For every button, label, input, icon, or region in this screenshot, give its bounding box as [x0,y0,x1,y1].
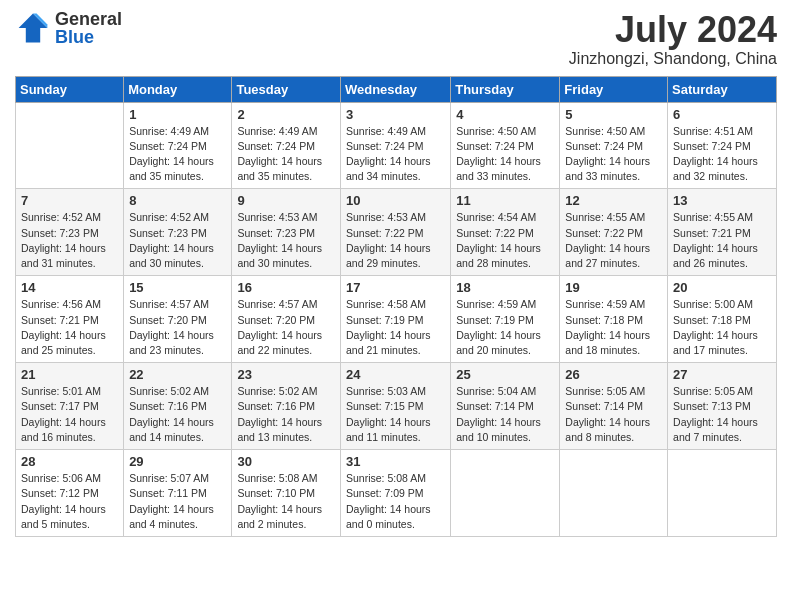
day-number: 1 [129,107,226,122]
logo-general: General [55,10,122,28]
calendar-cell: 24 Sunrise: 5:03 AMSunset: 7:15 PMDaylig… [340,363,450,450]
day-number: 23 [237,367,335,382]
calendar-cell: 1 Sunrise: 4:49 AMSunset: 7:24 PMDayligh… [124,102,232,189]
logo-text: General Blue [55,10,122,46]
calendar-cell: 16 Sunrise: 4:57 AMSunset: 7:20 PMDaylig… [232,276,341,363]
week-row-3: 14 Sunrise: 4:56 AMSunset: 7:21 PMDaylig… [16,276,777,363]
day-number: 31 [346,454,445,469]
day-number: 14 [21,280,118,295]
calendar-cell: 2 Sunrise: 4:49 AMSunset: 7:24 PMDayligh… [232,102,341,189]
logo-blue: Blue [55,28,122,46]
day-number: 17 [346,280,445,295]
day-detail: Sunrise: 4:49 AMSunset: 7:24 PMDaylight:… [237,125,322,183]
calendar-table: SundayMondayTuesdayWednesdayThursdayFrid… [15,76,777,537]
calendar-cell: 22 Sunrise: 5:02 AMSunset: 7:16 PMDaylig… [124,363,232,450]
calendar-cell: 13 Sunrise: 4:55 AMSunset: 7:21 PMDaylig… [668,189,777,276]
day-detail: Sunrise: 4:56 AMSunset: 7:21 PMDaylight:… [21,298,106,356]
header-thursday: Thursday [451,76,560,102]
day-detail: Sunrise: 4:55 AMSunset: 7:22 PMDaylight:… [565,211,650,269]
day-number: 25 [456,367,554,382]
day-detail: Sunrise: 4:53 AMSunset: 7:22 PMDaylight:… [346,211,431,269]
calendar-cell: 18 Sunrise: 4:59 AMSunset: 7:19 PMDaylig… [451,276,560,363]
week-row-1: 1 Sunrise: 4:49 AMSunset: 7:24 PMDayligh… [16,102,777,189]
day-detail: Sunrise: 4:59 AMSunset: 7:19 PMDaylight:… [456,298,541,356]
day-number: 28 [21,454,118,469]
day-detail: Sunrise: 5:00 AMSunset: 7:18 PMDaylight:… [673,298,758,356]
day-number: 29 [129,454,226,469]
day-number: 2 [237,107,335,122]
calendar-cell [16,102,124,189]
day-detail: Sunrise: 5:01 AMSunset: 7:17 PMDaylight:… [21,385,106,443]
calendar-cell: 15 Sunrise: 4:57 AMSunset: 7:20 PMDaylig… [124,276,232,363]
day-detail: Sunrise: 5:07 AMSunset: 7:11 PMDaylight:… [129,472,214,530]
calendar-cell: 10 Sunrise: 4:53 AMSunset: 7:22 PMDaylig… [340,189,450,276]
calendar-cell: 4 Sunrise: 4:50 AMSunset: 7:24 PMDayligh… [451,102,560,189]
calendar-cell: 31 Sunrise: 5:08 AMSunset: 7:09 PMDaylig… [340,450,450,537]
day-detail: Sunrise: 4:49 AMSunset: 7:24 PMDaylight:… [346,125,431,183]
calendar-cell: 7 Sunrise: 4:52 AMSunset: 7:23 PMDayligh… [16,189,124,276]
logo-icon [15,10,51,46]
calendar-cell [668,450,777,537]
day-detail: Sunrise: 5:04 AMSunset: 7:14 PMDaylight:… [456,385,541,443]
day-number: 9 [237,193,335,208]
day-number: 20 [673,280,771,295]
header-row: SundayMondayTuesdayWednesdayThursdayFrid… [16,76,777,102]
calendar-cell: 14 Sunrise: 4:56 AMSunset: 7:21 PMDaylig… [16,276,124,363]
week-row-5: 28 Sunrise: 5:06 AMSunset: 7:12 PMDaylig… [16,450,777,537]
day-detail: Sunrise: 4:58 AMSunset: 7:19 PMDaylight:… [346,298,431,356]
day-detail: Sunrise: 4:57 AMSunset: 7:20 PMDaylight:… [237,298,322,356]
day-detail: Sunrise: 4:59 AMSunset: 7:18 PMDaylight:… [565,298,650,356]
day-detail: Sunrise: 5:06 AMSunset: 7:12 PMDaylight:… [21,472,106,530]
calendar-cell: 11 Sunrise: 4:54 AMSunset: 7:22 PMDaylig… [451,189,560,276]
day-detail: Sunrise: 5:08 AMSunset: 7:09 PMDaylight:… [346,472,431,530]
day-detail: Sunrise: 4:49 AMSunset: 7:24 PMDaylight:… [129,125,214,183]
day-number: 24 [346,367,445,382]
day-number: 18 [456,280,554,295]
calendar-cell: 28 Sunrise: 5:06 AMSunset: 7:12 PMDaylig… [16,450,124,537]
day-detail: Sunrise: 4:50 AMSunset: 7:24 PMDaylight:… [456,125,541,183]
day-detail: Sunrise: 4:54 AMSunset: 7:22 PMDaylight:… [456,211,541,269]
day-number: 15 [129,280,226,295]
day-number: 27 [673,367,771,382]
calendar-cell: 26 Sunrise: 5:05 AMSunset: 7:14 PMDaylig… [560,363,668,450]
day-number: 13 [673,193,771,208]
day-number: 4 [456,107,554,122]
calendar-cell: 29 Sunrise: 5:07 AMSunset: 7:11 PMDaylig… [124,450,232,537]
day-detail: Sunrise: 5:08 AMSunset: 7:10 PMDaylight:… [237,472,322,530]
logo: General Blue [15,10,122,46]
calendar-cell: 6 Sunrise: 4:51 AMSunset: 7:24 PMDayligh… [668,102,777,189]
day-detail: Sunrise: 4:52 AMSunset: 7:23 PMDaylight:… [21,211,106,269]
day-number: 8 [129,193,226,208]
week-row-4: 21 Sunrise: 5:01 AMSunset: 7:17 PMDaylig… [16,363,777,450]
day-detail: Sunrise: 4:55 AMSunset: 7:21 PMDaylight:… [673,211,758,269]
day-detail: Sunrise: 4:50 AMSunset: 7:24 PMDaylight:… [565,125,650,183]
day-number: 7 [21,193,118,208]
location: Jinzhongzi, Shandong, China [569,50,777,68]
calendar-cell: 20 Sunrise: 5:00 AMSunset: 7:18 PMDaylig… [668,276,777,363]
calendar-cell: 8 Sunrise: 4:52 AMSunset: 7:23 PMDayligh… [124,189,232,276]
day-number: 16 [237,280,335,295]
day-detail: Sunrise: 4:51 AMSunset: 7:24 PMDaylight:… [673,125,758,183]
header-monday: Monday [124,76,232,102]
calendar-cell: 5 Sunrise: 4:50 AMSunset: 7:24 PMDayligh… [560,102,668,189]
day-detail: Sunrise: 5:05 AMSunset: 7:14 PMDaylight:… [565,385,650,443]
day-number: 19 [565,280,662,295]
day-number: 30 [237,454,335,469]
day-number: 21 [21,367,118,382]
calendar-cell: 30 Sunrise: 5:08 AMSunset: 7:10 PMDaylig… [232,450,341,537]
header-wednesday: Wednesday [340,76,450,102]
week-row-2: 7 Sunrise: 4:52 AMSunset: 7:23 PMDayligh… [16,189,777,276]
calendar-cell: 25 Sunrise: 5:04 AMSunset: 7:14 PMDaylig… [451,363,560,450]
svg-marker-0 [19,14,48,43]
day-number: 3 [346,107,445,122]
calendar-cell: 19 Sunrise: 4:59 AMSunset: 7:18 PMDaylig… [560,276,668,363]
day-number: 10 [346,193,445,208]
calendar-cell: 23 Sunrise: 5:02 AMSunset: 7:16 PMDaylig… [232,363,341,450]
header-saturday: Saturday [668,76,777,102]
calendar-cell [451,450,560,537]
month-title: July 2024 [569,10,777,50]
day-detail: Sunrise: 5:03 AMSunset: 7:15 PMDaylight:… [346,385,431,443]
title-block: July 2024 Jinzhongzi, Shandong, China [569,10,777,68]
day-detail: Sunrise: 4:52 AMSunset: 7:23 PMDaylight:… [129,211,214,269]
day-number: 11 [456,193,554,208]
